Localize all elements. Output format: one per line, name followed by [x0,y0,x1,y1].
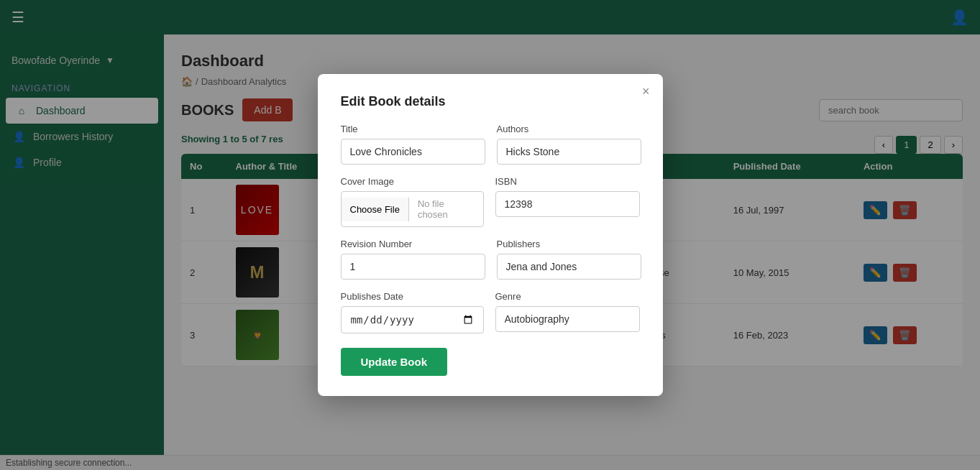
form-row-title-authors: Title Authors [341,124,640,165]
publishes-date-input[interactable] [341,306,484,333]
genre-input[interactable] [495,306,640,332]
form-group-title: Title [341,124,485,165]
form-group-publishers: Publishers [497,239,641,280]
update-book-button[interactable]: Update Book [341,348,448,376]
form-group-genre: Genre [495,291,640,333]
form-group-authors: Authors [497,124,641,165]
file-name-display: No file chosen [409,192,483,226]
genre-label: Genre [495,291,640,302]
form-row-date-genre: Publishes Date Genre [341,291,640,333]
form-group-date: Publishes Date [341,291,484,333]
file-input-wrapper: Choose File No file chosen [341,191,484,227]
publishers-label: Publishers [497,239,641,249]
form-row-revision-publishers: Revision Number Publishers [341,239,640,280]
modal-close-button[interactable]: × [642,84,650,99]
form-row-cover-isbn: Cover Image Choose File No file chosen I… [341,176,640,227]
form-group-revision: Revision Number [341,239,485,280]
cover-image-label: Cover Image [341,176,484,187]
modal-title: Edit Book details [341,94,640,109]
authors-label: Authors [497,124,641,134]
revision-input[interactable] [341,254,485,280]
edit-book-modal: Edit Book details × Title Authors Cover … [318,74,663,396]
publishes-date-label: Publishes Date [341,291,484,302]
authors-input[interactable] [497,139,641,165]
form-group-isbn: ISBN [495,176,640,227]
title-label: Title [341,124,485,134]
isbn-label: ISBN [495,176,640,187]
revision-label: Revision Number [341,239,485,249]
choose-file-button[interactable]: Choose File [342,198,409,221]
publishers-input[interactable] [497,254,641,280]
form-group-cover: Cover Image Choose File No file chosen [341,176,484,227]
modal-overlay: Edit Book details × Title Authors Cover … [0,0,980,470]
isbn-input[interactable] [495,191,640,217]
title-input[interactable] [341,139,485,165]
